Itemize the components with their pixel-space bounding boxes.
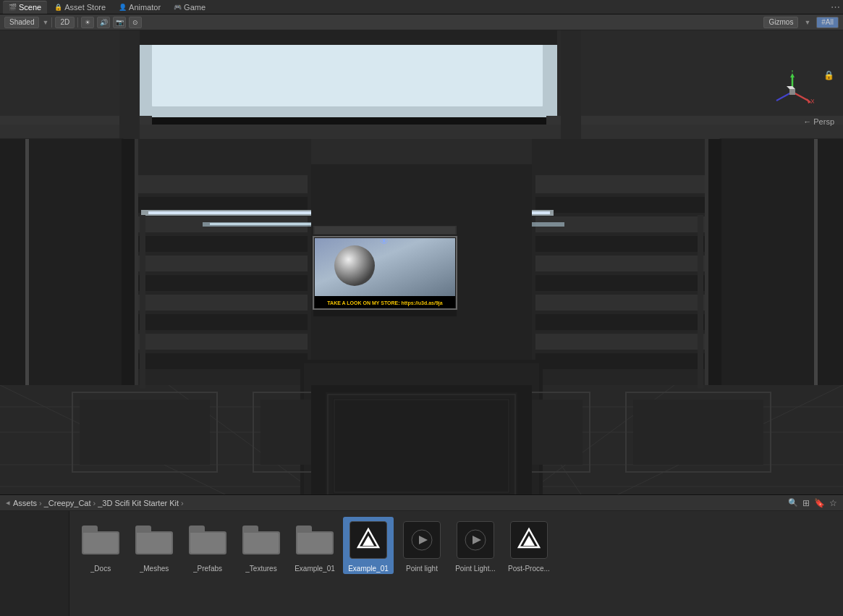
svg-rect-39 — [130, 236, 308, 252]
tab-scene[interactable]: 🎬 Scene — [3, 1, 47, 14]
divider-2 — [77, 17, 78, 28]
lock-asset-icon[interactable]: 🔖 — [814, 498, 825, 508]
svg-rect-96 — [80, 400, 210, 465]
svg-rect-108 — [705, 139, 708, 385]
viewport-lock-icon[interactable]: 🔒 — [823, 70, 834, 80]
svg-rect-47 — [535, 175, 713, 193]
docs-folder-icon — [79, 518, 122, 562]
asset-item-example01-scene[interactable]: Example_01 — [343, 517, 394, 574]
svg-rect-97 — [260, 400, 318, 465]
asset-item-meshes[interactable]: _Meshes — [129, 517, 179, 574]
collapse-button[interactable]: ◂ — [6, 498, 10, 507]
svg-rect-2 — [152, 41, 543, 106]
asset-item-point-light[interactable]: Point light — [397, 517, 447, 574]
gizmo-widget[interactable]: Y X — [771, 70, 814, 114]
svg-rect-51 — [535, 256, 713, 271]
svg-rect-43 — [130, 314, 308, 330]
shading-arrow: ▼ — [42, 19, 48, 26]
svg-rect-41 — [130, 275, 308, 291]
audio-toggle[interactable]: 🔊 — [97, 17, 110, 28]
scene-toolbar: Shaded ▼ 2D ☀ 🔊 📷 ⊙ Gizmos ▼ #All — [0, 14, 843, 30]
panel-options-icon[interactable]: ⊞ — [802, 498, 810, 508]
asset-header-right: 🔍 ⊞ 🔖 ☆ — [788, 498, 837, 508]
asset-item-textures[interactable]: _Textures — [236, 517, 287, 574]
textures-folder-icon — [240, 518, 283, 562]
asset-item-post-proce[interactable]: Post-Proce... — [504, 517, 554, 574]
svg-marker-125 — [787, 86, 795, 89]
svg-rect-45 — [130, 353, 308, 369]
svg-rect-44 — [130, 334, 308, 350]
svg-rect-50 — [535, 236, 713, 252]
svg-rect-6 — [0, 30, 137, 125]
docs-label: _Docs — [90, 565, 111, 573]
meshes-label: _Meshes — [140, 565, 169, 573]
point-light-2-label: Point Light... — [455, 565, 496, 573]
svg-point-69 — [334, 245, 375, 286]
asset-item-point-light-2[interactable]: Point Light... — [450, 517, 501, 574]
asset-browser-header: ◂ Assets › _Creepy_Cat › _3D Scifi Kit S… — [0, 495, 843, 511]
game-tab-label: Game — [184, 3, 206, 12]
effects-toggle[interactable]: 📷 — [113, 17, 126, 28]
breadcrumb-creepy-cat[interactable]: _Creepy_Cat — [44, 499, 91, 507]
scene-viewport[interactable]: 👁 TAKE A LOOK ON MY STORE: https://u3d.a… — [0, 30, 843, 508]
maximize-icon[interactable]: ⋯ — [831, 1, 840, 12]
tab-game[interactable]: 🎮 Game — [168, 1, 211, 14]
svg-rect-107 — [708, 139, 721, 385]
shading-dropdown[interactable]: Shaded — [4, 17, 39, 28]
breadcrumb-assets[interactable]: Assets — [13, 499, 37, 507]
svg-rect-115 — [140, 215, 145, 389]
breadcrumb-sep-1: › — [39, 499, 42, 507]
svg-text:👁: 👁 — [380, 237, 389, 247]
2d-button[interactable]: 2D — [55, 17, 75, 28]
svg-rect-36 — [130, 175, 308, 193]
toolbar-right: Gizmos ▼ #All — [763, 17, 839, 28]
svg-rect-124 — [789, 89, 795, 95]
animator-tab-icon: 👤 — [119, 4, 127, 11]
asset-sidebar — [0, 511, 69, 616]
point-light-icon — [400, 518, 444, 562]
svg-rect-106 — [135, 139, 138, 385]
scene-tab-label: Scene — [19, 3, 41, 12]
tab-bar: 🎬 Scene 🔒 Asset Store 👤 Animator 🎮 Game … — [0, 0, 843, 14]
asset-header-left: ◂ Assets › _Creepy_Cat › _3D Scifi Kit S… — [6, 498, 184, 507]
breadcrumb-sep-3: › — [181, 499, 184, 507]
svg-rect-11 — [119, 30, 140, 139]
svg-rect-116 — [698, 215, 703, 389]
hidden-toggle[interactable]: ⊙ — [129, 17, 142, 28]
svg-rect-103 — [333, 398, 510, 494]
gizmos-button[interactable]: Gizmos — [763, 17, 798, 28]
breadcrumb-scifi-kit[interactable]: _3D Scifi Kit Starter Kit — [98, 499, 179, 507]
gizmos-arrow: ▼ — [804, 19, 810, 26]
textures-label: _Textures — [245, 565, 276, 573]
tab-animator[interactable]: 👤 Animator — [113, 1, 166, 14]
svg-rect-75 — [315, 227, 455, 234]
post-proce-icon — [507, 518, 551, 562]
animator-tab-label: Animator — [129, 3, 161, 12]
asset-item-docs[interactable]: _Docs — [75, 517, 126, 574]
svg-rect-52 — [535, 275, 713, 291]
star-asset-icon[interactable]: ☆ — [829, 498, 837, 508]
svg-rect-53 — [535, 295, 713, 311]
search-icon[interactable]: 🔍 — [788, 498, 798, 507]
point-light-label: Point light — [406, 565, 438, 573]
svg-text:Y: Y — [790, 70, 795, 74]
svg-rect-112 — [25, 139, 29, 385]
asset-item-example01-folder[interactable]: Example_01 — [289, 517, 340, 574]
asset-grid: _Docs _Meshes — [69, 511, 843, 616]
lighting-toggle[interactable]: ☀ — [81, 17, 94, 28]
asset-grid-container: _Docs _Meshes — [0, 511, 843, 616]
svg-rect-114 — [814, 139, 818, 385]
svg-rect-42 — [130, 295, 308, 311]
toolbar-left: Shaded ▼ 2D ☀ 🔊 📷 ⊙ — [4, 17, 142, 28]
tab-asset-store[interactable]: 🔒 Asset Store — [48, 1, 111, 14]
asset-item-prefabs[interactable]: _Prefabs — [182, 517, 233, 574]
asset-store-tab-label: Asset Store — [64, 3, 106, 12]
example01-folder-icon — [293, 518, 336, 562]
all-button[interactable]: #All — [816, 17, 839, 28]
svg-rect-99 — [633, 400, 763, 465]
asset-store-lock-icon: 🔒 — [54, 4, 62, 11]
svg-rect-113 — [814, 139, 843, 385]
perspective-label: ← Persp — [803, 117, 834, 126]
post-proce-label: Post-Proce... — [508, 565, 550, 573]
svg-rect-105 — [122, 139, 135, 385]
